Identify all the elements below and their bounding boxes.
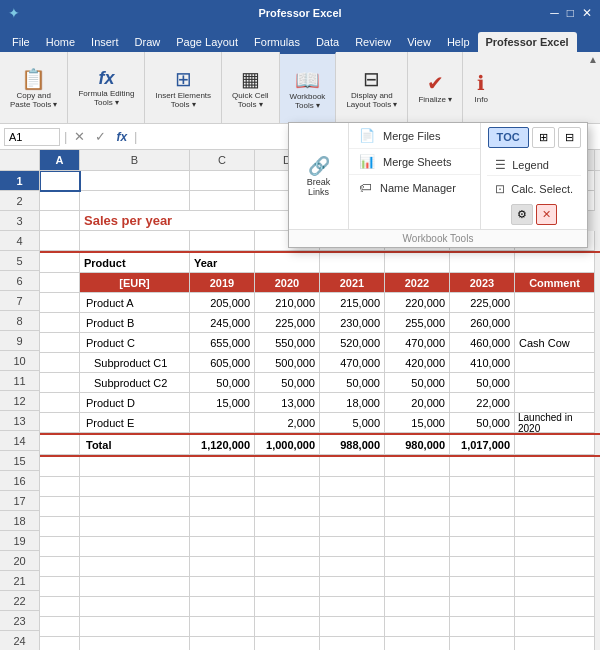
display-layout-btn[interactable]: ⊟ Display and Layout Tools ▾	[342, 56, 401, 119]
cell-cash-cow[interactable]: Cash Cow	[515, 333, 595, 353]
insert-elements-btn[interactable]: ⊞ Insert Elements Tools ▾	[151, 56, 215, 119]
row-header-23[interactable]: 23	[0, 611, 40, 631]
row-header-11[interactable]: 11	[0, 371, 40, 391]
row-header-4[interactable]: 4	[0, 231, 40, 251]
row-header-19[interactable]: 19	[0, 531, 40, 551]
merge-files-item[interactable]: 📄 Merge Files	[349, 123, 480, 149]
ribbon-group-copy-paste: 📋 Copy and Paste Tools ▾	[0, 52, 68, 123]
formula-bar-separator: |	[64, 129, 67, 144]
row-header-1[interactable]: 1	[0, 171, 40, 191]
name-manager-icon: 🏷	[359, 180, 372, 195]
workbook-tools-icon: 📖	[295, 68, 320, 92]
tab-insert[interactable]: Insert	[83, 32, 127, 52]
ribbon-group-insert: ⊞ Insert Elements Tools ▾	[145, 52, 222, 123]
cell-2019[interactable]: 2019	[190, 273, 255, 293]
cell-eur[interactable]: [EUR]	[80, 273, 190, 293]
cell-2022[interactable]: 2022	[385, 273, 450, 293]
name-manager-item[interactable]: 🏷 Name Manager	[349, 175, 480, 200]
cell-product-header[interactable]: Product	[80, 253, 190, 273]
row-header-7[interactable]: 7	[0, 291, 40, 311]
quick-cell-icon: ▦	[241, 67, 260, 91]
cancel-icon[interactable]: ✕	[71, 127, 88, 146]
toc-btn[interactable]: TOC	[488, 127, 529, 148]
row-header-6[interactable]: 6	[0, 271, 40, 291]
copy-paste-icon: 📋	[21, 67, 46, 91]
cell-b1[interactable]	[80, 171, 190, 191]
tab-data[interactable]: Data	[308, 32, 347, 52]
row-header-9[interactable]: 9	[0, 331, 40, 351]
table-row	[40, 497, 600, 517]
row-header-15[interactable]: 15	[0, 451, 40, 471]
grid-icon-2[interactable]: ⊟	[558, 127, 581, 148]
cell-launched[interactable]: Launched in 2020	[515, 413, 595, 433]
row-header-13[interactable]: 13	[0, 411, 40, 431]
cell-a1[interactable]	[40, 171, 80, 191]
minimize-btn[interactable]: ─	[550, 6, 559, 20]
row-header-22[interactable]: 22	[0, 591, 40, 611]
action-icon-2[interactable]: ✕	[536, 204, 557, 225]
insert-elements-icon: ⊞	[175, 67, 192, 91]
title-bar: ✦ Professor Excel ─ □ ✕	[0, 0, 600, 26]
tab-review[interactable]: Review	[347, 32, 399, 52]
row-header-24[interactable]: 24	[0, 631, 40, 650]
row-headers: 1 2 3 4 5 6 7 8 9 10 11 12 13 14 15 16 1…	[0, 171, 40, 650]
tab-file[interactable]: File	[4, 32, 38, 52]
cell-c1[interactable]	[190, 171, 255, 191]
row-header-5[interactable]: 5	[0, 251, 40, 271]
close-btn[interactable]: ✕	[582, 6, 592, 20]
merge-sheets-label: Merge Sheets	[383, 156, 451, 168]
info-btn[interactable]: ℹ Info	[471, 56, 492, 119]
confirm-icon[interactable]: ✓	[92, 127, 109, 146]
finalize-icon: ✔	[427, 71, 444, 95]
formula-editing-btn[interactable]: fx Formula Editing Tools ▾	[74, 56, 138, 119]
break-links-btn[interactable]: 🔗 Break Links	[289, 123, 349, 229]
formula-bar-separator2: |	[134, 129, 137, 144]
row-header-17[interactable]: 17	[0, 491, 40, 511]
tab-help[interactable]: Help	[439, 32, 478, 52]
copy-paste-btn[interactable]: 📋 Copy and Paste Tools ▾	[6, 56, 61, 119]
tab-draw[interactable]: Draw	[127, 32, 169, 52]
info-icon: ℹ	[477, 71, 485, 95]
merge-files-icon: 📄	[359, 128, 375, 143]
maximize-btn[interactable]: □	[567, 6, 574, 20]
cell-2020[interactable]: 2020	[255, 273, 320, 293]
insert-elements-label: Insert Elements Tools ▾	[155, 91, 211, 109]
tab-home[interactable]: Home	[38, 32, 83, 52]
tab-view[interactable]: View	[399, 32, 439, 52]
col-header-c[interactable]: C	[190, 150, 255, 170]
cell-2021[interactable]: 2021	[320, 273, 385, 293]
collapse-ribbon-btn[interactable]: ▲	[588, 54, 598, 65]
col-header-a[interactable]: A	[40, 150, 80, 170]
row-header-16[interactable]: 16	[0, 471, 40, 491]
col-header-b[interactable]: B	[80, 150, 190, 170]
row-header-20[interactable]: 20	[0, 551, 40, 571]
info-label: Info	[475, 95, 488, 104]
merge-sheets-item[interactable]: 📊 Merge Sheets	[349, 149, 480, 175]
row-header-21[interactable]: 21	[0, 571, 40, 591]
row-header-12[interactable]: 12	[0, 391, 40, 411]
workbook-tools-btn[interactable]: 📖 Workbook Tools ▾	[286, 58, 330, 119]
legend-btn[interactable]: ☰ Legend	[487, 155, 581, 176]
name-box[interactable]	[4, 128, 60, 146]
table-row	[40, 617, 600, 637]
grid-icon-1[interactable]: ⊞	[532, 127, 555, 148]
row-header-3[interactable]: 3	[0, 211, 40, 231]
tab-professor-excel[interactable]: Professor Excel	[478, 32, 577, 52]
cell-2023[interactable]: 2023	[450, 273, 515, 293]
action-icon-1[interactable]: ⚙	[511, 204, 533, 225]
ribbon-group-workbook: 📖 Workbook Tools ▾	[280, 52, 337, 123]
display-layout-icon: ⊟	[363, 67, 380, 91]
row-header-10[interactable]: 10	[0, 351, 40, 371]
cell-total[interactable]: Total	[80, 435, 190, 455]
insert-function-icon[interactable]: fx	[113, 128, 130, 146]
row-header-8[interactable]: 8	[0, 311, 40, 331]
row-header-18[interactable]: 18	[0, 511, 40, 531]
cell-comment-header[interactable]: Comment	[515, 273, 595, 293]
row-header-14[interactable]: 14	[0, 431, 40, 451]
quick-cell-btn[interactable]: ▦ Quick Cell Tools ▾	[228, 56, 272, 119]
calc-select-btn[interactable]: ⊡ Calc. Select.	[487, 179, 581, 199]
tab-formulas[interactable]: Formulas	[246, 32, 308, 52]
tab-page-layout[interactable]: Page Layout	[168, 32, 246, 52]
finalize-btn[interactable]: ✔ Finalize ▾	[414, 56, 456, 119]
row-header-2[interactable]: 2	[0, 191, 40, 211]
